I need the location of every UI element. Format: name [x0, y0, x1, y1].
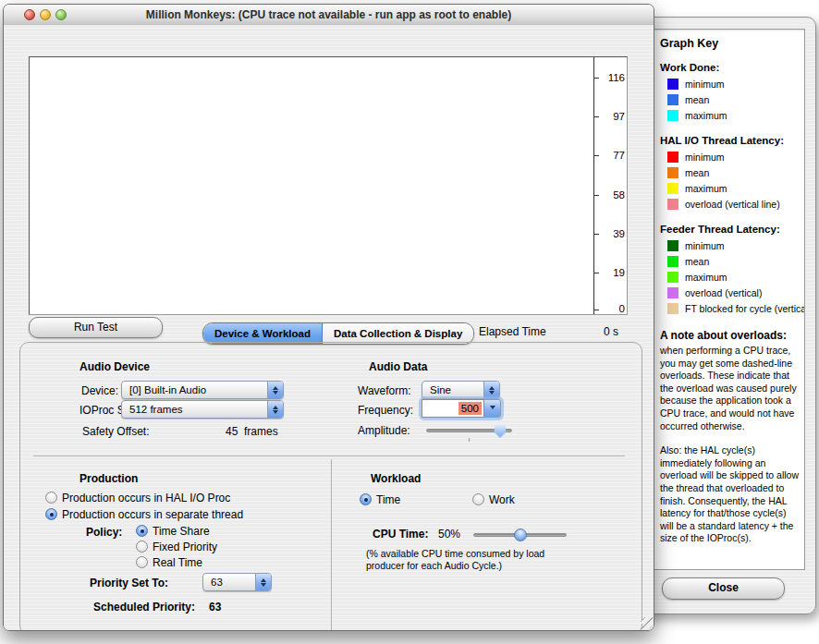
radio-policy-time-share[interactable] [136, 525, 148, 537]
radio-production-hal[interactable] [45, 492, 57, 504]
radio-workload-time-label[interactable]: Time [376, 493, 400, 506]
y-tick-mark [594, 155, 599, 156]
legend-item: mean [667, 164, 804, 180]
priority-popup-value: 63 [203, 577, 255, 588]
workload-header: Workload [371, 472, 421, 485]
radio-production-separate[interactable] [45, 508, 57, 520]
safety-offset-value: 45 frames [226, 425, 278, 438]
overloads-note-paragraph-1: when performing a CPU trace, you may get… [660, 345, 801, 432]
frequency-field[interactable]: 500 [422, 399, 484, 418]
close-button[interactable]: Close [662, 577, 785, 600]
legend-swatch-icon [667, 183, 678, 194]
legend-item: mean [667, 91, 804, 107]
radio-policy-fixed-priority[interactable] [136, 541, 148, 553]
radio-policy-real-time[interactable] [136, 556, 148, 568]
device-popup-value: [0] Built-in Audio [122, 384, 267, 395]
legend-item: overload (vertical) [667, 285, 804, 300]
run-test-button[interactable]: Run Test [29, 317, 163, 338]
horizontal-divider [33, 456, 625, 456]
legend-label: overload (vertical) [685, 287, 762, 298]
cpu-time-note: (% available CPU time consumed by load p… [366, 548, 574, 572]
waveform-popup-value: Sine [422, 384, 483, 395]
radio-production-separate-label[interactable]: Production occurs in separate thread [62, 508, 243, 521]
popup-arrows-icon [483, 382, 499, 398]
legend-label: maximum [685, 110, 727, 121]
priority-popup[interactable]: 63 [202, 573, 272, 591]
frequency-value: 500 [458, 402, 482, 415]
audio-data-header: Audio Data [369, 360, 427, 373]
key-section-hal-latency: HAL I/O Thread Latency: [660, 135, 804, 146]
y-tick-label: 19 [601, 267, 625, 278]
legend-swatch-icon [667, 152, 678, 163]
popup-arrows-icon [267, 382, 283, 398]
legend-label: mean [685, 167, 709, 178]
frequency-dropdown-button[interactable] [484, 399, 501, 418]
legend-label: maximum [685, 272, 727, 283]
radio-workload-work[interactable] [472, 493, 484, 505]
title-bar[interactable]: Million Monkeys: (CPU trace not availabl… [4, 5, 654, 26]
graph-y-axis [593, 57, 594, 314]
cpu-time-slider-track[interactable] [473, 533, 567, 537]
legend-item: minimum [667, 76, 804, 91]
graph-plot-area: 116 97 77 58 39 19 0 [29, 56, 628, 315]
safety-offset-label: Safety Offset: [82, 425, 149, 438]
amplitude-label: Amplitude: [358, 424, 410, 437]
legend-label: FT blocked for cycle (vertical) [685, 303, 805, 314]
policy-label: Policy: [86, 526, 122, 539]
amplitude-slider-track[interactable] [426, 429, 512, 432]
key-section-feeder-latency: Feeder Thread Latency: [660, 224, 804, 235]
radio-workload-work-label[interactable]: Work [489, 493, 515, 506]
y-tick-mark [594, 195, 599, 196]
legend-swatch-icon [667, 199, 678, 210]
legend-item: maximum [667, 107, 804, 123]
ioproc-size-popup[interactable]: 512 frames [121, 400, 284, 419]
graph-key-title: Graph Key [660, 37, 804, 50]
device-label: Device: [81, 384, 118, 397]
legend-item: maximum [667, 269, 804, 285]
radio-policy-fixed-priority-label[interactable]: Fixed Priority [153, 541, 217, 553]
legend-swatch-icon [667, 256, 678, 267]
main-window: Million Monkeys: (CPU trace not availabl… [3, 4, 654, 631]
amplitude-slider-tick [469, 438, 470, 442]
ioproc-size-popup-value: 512 frames [122, 404, 267, 415]
window-title: Million Monkeys: (CPU trace not availabl… [4, 8, 654, 21]
scheduled-priority-label: Scheduled Priority: [93, 601, 195, 614]
legend-swatch-icon [667, 94, 678, 105]
radio-workload-time[interactable] [360, 493, 372, 505]
legend-label: maximum [685, 183, 727, 194]
legend-swatch-icon [667, 272, 678, 283]
legend-swatch-icon [667, 110, 678, 121]
legend-label: minimum [685, 79, 725, 90]
cpu-time-slider-thumb[interactable] [514, 529, 527, 541]
frequency-combo[interactable]: 500 [422, 399, 501, 418]
legend-item: minimum [667, 149, 804, 164]
legend-item: FT blocked for cycle (vertical) [667, 300, 804, 316]
legend-item: mean [667, 253, 804, 269]
graph-key-drawer: Graph Key Work Done: minimum mean maximu… [636, 17, 816, 614]
popup-arrows-icon [267, 401, 283, 418]
frequency-label: Frequency: [358, 404, 413, 417]
device-popup[interactable]: [0] Built-in Audio [121, 381, 284, 399]
resize-grip[interactable] [641, 617, 653, 629]
vertical-divider [331, 459, 332, 631]
radio-policy-real-time-label[interactable]: Real Time [153, 556, 202, 569]
y-tick-mark [594, 310, 599, 310]
y-tick-mark [594, 234, 599, 235]
cpu-time-value: 50% [438, 528, 460, 541]
y-tick-label: 0 [601, 303, 625, 314]
elapsed-time-value: 0 s [577, 325, 618, 338]
y-tick-mark [594, 116, 599, 117]
tab-data-collection-display[interactable]: Data Collection & Display [323, 323, 473, 344]
waveform-popup[interactable]: Sine [422, 381, 500, 399]
radio-production-hal-label[interactable]: Production occurs in HAL I/O Proc [62, 492, 230, 504]
production-header: Production [79, 472, 138, 485]
y-tick-label: 97 [601, 111, 625, 122]
legend-item: overload (vertical line) [667, 196, 804, 212]
scheduled-priority-value: 63 [209, 601, 221, 614]
radio-policy-time-share-label[interactable]: Time Share [153, 525, 210, 538]
overloads-note-paragraph-2: Also: the HAL cycle(s) immediately follo… [660, 444, 801, 545]
legend-swatch-icon [667, 167, 678, 178]
legend-label: mean [685, 94, 709, 105]
legend-item: maximum [667, 180, 804, 196]
tab-device-workload[interactable]: Device & Workload [203, 323, 323, 344]
